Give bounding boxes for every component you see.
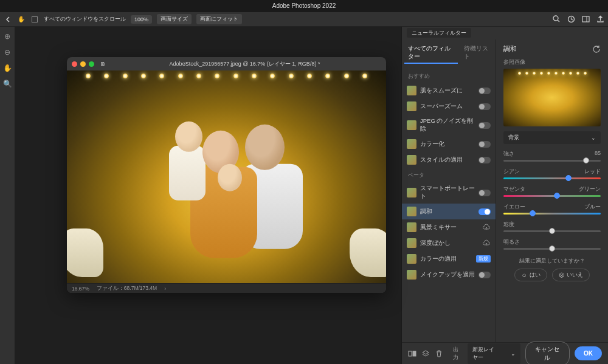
- cloud-download-icon[interactable]: [482, 239, 491, 247]
- filter-item[interactable]: スマートポートレート: [402, 182, 496, 204]
- filter-toggle[interactable]: [478, 122, 491, 129]
- filter-toggle[interactable]: [478, 103, 491, 110]
- chevron-down-icon: ⌄: [591, 135, 596, 141]
- filter-toggle[interactable]: [478, 157, 491, 163]
- new-badge: 新規: [476, 255, 491, 263]
- filter-thumb-icon: [407, 155, 416, 165]
- filter-item[interactable]: カラー化: [402, 136, 496, 152]
- zoom-out-icon[interactable]: ⊖: [2, 47, 12, 57]
- section-beta: ベータ: [402, 168, 496, 182]
- slider-cyan-red[interactable]: シアンレッド: [503, 168, 601, 179]
- history-icon[interactable]: [567, 15, 575, 24]
- slider-yellow-blue[interactable]: イエローブルー: [503, 203, 601, 215]
- svg-rect-4: [409, 351, 412, 356]
- fit-image-button[interactable]: 画面にフィット: [196, 14, 242, 24]
- filter-thumb-icon: [407, 254, 416, 264]
- svg-rect-0: [32, 16, 38, 22]
- filter-toggle[interactable]: [478, 88, 491, 94]
- panel-tab-neural[interactable]: ニューラルフィルター: [407, 28, 471, 38]
- filter-label: カラー化: [420, 140, 444, 148]
- document-title: AdobeStock_291956577.jpeg @ 16.7% (レイヤー …: [108, 60, 381, 68]
- traffic-lights[interactable]: [72, 61, 94, 67]
- feedback-no-button[interactable]: ☹いいえ: [552, 269, 590, 281]
- document-status-bar: 16.67% ファイル：68.7M/173.4M ›: [67, 283, 386, 293]
- slider-brightness[interactable]: 明るさ: [503, 238, 601, 250]
- document-titlebar[interactable]: 🗎 AdobeStock_291956577.jpeg @ 16.7% (レイヤ…: [67, 57, 386, 70]
- preview-toggle-icon[interactable]: [408, 349, 416, 358]
- minimize-icon[interactable]: [80, 61, 86, 67]
- hand-tool-icon[interactable]: ✋: [17, 15, 26, 24]
- svg-rect-5: [413, 351, 416, 356]
- filter-item[interactable]: スーパーズーム: [402, 98, 496, 114]
- document-canvas[interactable]: [67, 70, 386, 283]
- zoom-value[interactable]: 100%: [131, 15, 152, 24]
- maximize-icon[interactable]: [89, 61, 94, 67]
- filter-item[interactable]: 肌をスムーズに: [402, 83, 496, 98]
- neural-filters-panel: ニューラルフィルター すべてのフィルター 待機リスト おすすめ 肌をスムーズにス…: [401, 27, 608, 364]
- output-dropdown[interactable]: 新規レイヤー⌄: [468, 343, 520, 364]
- filter-label: 風景ミキサー: [420, 224, 457, 232]
- filter-label: 深度ぼかし: [420, 239, 451, 247]
- filter-thumb-icon: [407, 270, 416, 280]
- reset-icon[interactable]: [592, 45, 601, 53]
- slider-saturation[interactable]: 彩度: [503, 221, 601, 232]
- filter-thumb-icon: [407, 139, 416, 149]
- panel-tab-bar: ニューラルフィルター: [402, 27, 608, 39]
- tab-wait-list[interactable]: 待機リスト: [460, 43, 493, 64]
- cloud-download-icon[interactable]: [482, 223, 491, 232]
- output-label: 出力: [453, 346, 463, 362]
- slider-magenta-green[interactable]: マゼンタグリーン: [503, 185, 601, 197]
- close-icon[interactable]: [72, 61, 77, 67]
- checkbox-icon[interactable]: [30, 15, 39, 24]
- fit-screen-button[interactable]: 画面サイズ: [157, 14, 192, 24]
- filter-label: 調和: [420, 208, 432, 216]
- ok-button[interactable]: OK: [575, 346, 602, 360]
- tab-all-filters[interactable]: すべてのフィルター: [404, 43, 458, 64]
- filter-label: 肌をスムーズに: [420, 87, 463, 95]
- filter-label: メイクアップを適用: [420, 271, 475, 279]
- chevron-right-icon[interactable]: ›: [164, 286, 166, 292]
- filter-thumb-icon: [407, 222, 416, 232]
- options-bar: ✋ すべてのウィンドウをスクロール 100% 画面サイズ 画面にフィット: [0, 12, 608, 27]
- filter-label: カラーの適用: [420, 255, 457, 263]
- filter-item[interactable]: 調和: [402, 204, 496, 219]
- filter-item[interactable]: メイクアップを適用: [402, 267, 496, 283]
- zoom-tool-icon[interactable]: 🔍: [2, 79, 12, 89]
- zoom-in-icon[interactable]: ⊕: [2, 32, 12, 41]
- app-titlebar: Adobe Photoshop 2022: [0, 0, 608, 12]
- filter-item[interactable]: カラーの適用新規: [402, 251, 496, 267]
- cancel-button[interactable]: キャンセル: [525, 342, 570, 365]
- filter-item[interactable]: 風景ミキサー: [402, 219, 496, 235]
- filter-toggle[interactable]: [478, 190, 491, 196]
- share-icon[interactable]: [596, 15, 604, 24]
- filter-label: スタイルの適用: [420, 156, 463, 164]
- filter-toggle[interactable]: [478, 141, 491, 148]
- filter-item[interactable]: JPEG のノイズを削除: [402, 114, 496, 136]
- hand-icon[interactable]: ✋: [2, 63, 12, 73]
- zoom-readout: 16.67%: [72, 286, 89, 292]
- panel-footer: 出力 新規レイヤー⌄ キャンセル OK: [402, 342, 608, 364]
- trash-icon[interactable]: [435, 349, 443, 358]
- slider-strength[interactable]: 強さ85: [503, 150, 601, 162]
- file-size-readout: ファイル：68.7M/173.4M: [97, 285, 157, 292]
- filter-item[interactable]: 深度ぼかし: [402, 235, 496, 251]
- filter-thumb-icon: [407, 188, 416, 197]
- document-window: 🗎 AdobeStock_291956577.jpeg @ 16.7% (レイヤ…: [67, 57, 386, 293]
- workspace-icon[interactable]: [581, 15, 590, 24]
- filter-item[interactable]: スタイルの適用: [402, 152, 496, 168]
- layer-dropdown[interactable]: 背景 ⌄: [503, 131, 601, 144]
- feedback-yes-button[interactable]: ☺はい: [514, 269, 547, 281]
- reference-image[interactable]: [503, 69, 601, 126]
- back-icon[interactable]: [4, 15, 12, 24]
- filter-label: スーパーズーム: [420, 103, 463, 111]
- search-icon[interactable]: [552, 15, 561, 24]
- filter-toggle[interactable]: [478, 208, 491, 215]
- reference-image-label: 参照画像: [503, 58, 601, 66]
- layers-icon[interactable]: [421, 349, 430, 358]
- document-icon: 🗎: [100, 61, 106, 67]
- filter-thumb-icon: [407, 238, 416, 248]
- filter-toggle[interactable]: [478, 272, 491, 278]
- filter-label: スマートポートレート: [420, 185, 475, 201]
- scroll-all-label: すべてのウィンドウをスクロール: [44, 15, 126, 23]
- svg-point-1: [553, 16, 558, 21]
